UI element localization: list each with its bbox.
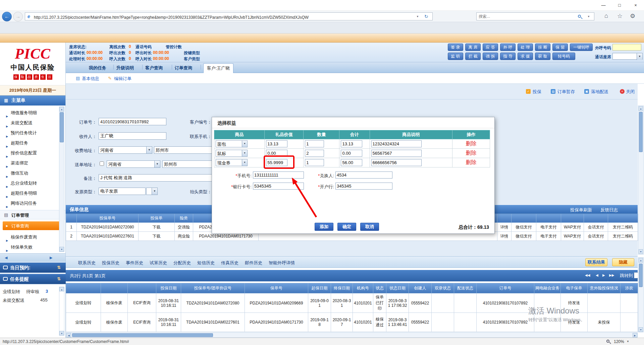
cti-button-one-key-transfer[interactable]: 一键转呼 (570, 44, 593, 51)
zoom-level[interactable]: 120% (614, 339, 624, 344)
cti-button-sign-in[interactable]: 签 录 (448, 44, 463, 51)
cti-button-coach[interactable]: 指 导 (500, 53, 516, 60)
stat-value[interactable]: 455 (40, 297, 48, 302)
history-tab-event[interactable]: 事件历史 (126, 260, 143, 266)
wechat-pay-link[interactable]: 微信支付 (512, 232, 536, 241)
scroll-thumb[interactable] (60, 112, 64, 142)
qr-pay-link[interactable]: 支付二维码 (608, 223, 638, 232)
subtotal-input[interactable] (341, 150, 362, 157)
scroll-down-icon[interactable]: ▼ (59, 247, 64, 252)
cti-button-hang-up[interactable]: 挂 断 (535, 44, 550, 51)
expand-collapse-icon[interactable]: ⇅ (57, 263, 61, 273)
order-hold-button[interactable]: 订单暂存 (557, 89, 575, 95)
next-page-icon[interactable]: ▶ (602, 273, 605, 277)
policy-refresh-link[interactable]: 投保单刷新 (570, 207, 592, 213)
hide-button[interactable]: 隐藏 (612, 258, 634, 266)
underwrite-void-link[interactable]: 核保作废 (101, 313, 128, 332)
prev-page-icon[interactable]: ◀ (596, 273, 598, 277)
gear-icon[interactable]: ⚙ (630, 12, 635, 20)
performance-transfer-link[interactable]: 业绩划转 (66, 293, 101, 313)
cti-button-outbound-call[interactable]: 外 呼 (500, 44, 516, 51)
bill-province-select[interactable]: 河南省▼ (99, 146, 152, 154)
product-select[interactable]: 现金券▼ (216, 159, 248, 166)
pager-left-icon[interactable]: ◀ (5, 256, 7, 260)
feedback-log-link[interactable]: 反馈日志 (600, 207, 618, 213)
v-scrollbar-upper[interactable]: ▲ ▼ (638, 106, 644, 255)
tab-my-tasks[interactable]: 我的任务 (89, 65, 106, 71)
v-scrollbar-lower[interactable]: ▲ ▼ (638, 257, 644, 332)
sidebar-item-unsubmitted-delivery[interactable]: ▶未提交配送 (0, 118, 60, 128)
redeemer-input[interactable] (335, 171, 392, 179)
favorites-star-icon[interactable]: ☆ (617, 12, 623, 20)
seat-select[interactable]: ▼ (612, 53, 643, 60)
scroll-up-icon[interactable]: ▲ (639, 258, 643, 263)
forward-button[interactable]: → (13, 12, 23, 21)
cti-button-acquire[interactable]: 获 取 (535, 53, 550, 60)
wap-pay-link[interactable]: WAP支付 (561, 223, 584, 232)
task-reminder-panel[interactable]: 任务提醒 ⇅ (0, 274, 66, 284)
detail-link[interactable]: 详情 (497, 223, 512, 232)
download-link[interactable]: 下载 (139, 232, 175, 241)
menu-scrollbar[interactable]: ▲ ▼ (59, 107, 64, 252)
tab-customer-active[interactable]: 客户:王广晓 (203, 63, 233, 73)
subtotal-input[interactable] (341, 159, 362, 166)
sidebar-item-quote-config[interactable]: ▶报价信息配置 (0, 148, 60, 158)
ground-delivery-button[interactable]: 落地配送 (591, 89, 608, 95)
minimize-button[interactable]: — (596, 0, 611, 10)
scroll-down-icon[interactable]: ▼ (639, 249, 643, 254)
subnav-item-basic-info[interactable]: 基本信息 (82, 76, 99, 82)
e-pay-link[interactable]: 电子支付 (536, 223, 561, 232)
cti-button-hold[interactable]: 保 留 (552, 44, 568, 51)
product-select[interactable]: 鼠标▼ (216, 150, 248, 157)
history-tab-contact[interactable]: 联系历史 (78, 260, 96, 266)
history-tab-assignment[interactable]: 分配历史 (173, 260, 191, 266)
stat-value[interactable]: 3 (46, 289, 48, 294)
history-tab-fax[interactable]: 传真历史 (221, 260, 238, 266)
e-pay-link[interactable]: 电子支付 (536, 232, 561, 241)
back-button[interactable]: ← (2, 12, 12, 21)
cancel-button[interactable]: 取消 (360, 223, 379, 231)
recipient-input[interactable] (99, 132, 166, 140)
url-text[interactable]: http://11.207.3.225/picctscenter/MainFra… (34, 14, 413, 19)
close-button[interactable]: × (628, 0, 643, 10)
address-bar[interactable]: e http://11.207.3.225/picctscenter/MainF… (25, 12, 433, 20)
delete-link[interactable]: 删除 (466, 159, 476, 165)
scroll-thumb[interactable] (639, 112, 643, 152)
stats-scrollbar[interactable]: ▲ ▼ (59, 287, 64, 336)
cti-button-force-release[interactable]: 强 拆 (483, 53, 498, 60)
sidebar-item-channel-binding[interactable]: ▶渠道绑定 (0, 158, 60, 168)
invoice-type-input[interactable] (99, 188, 146, 195)
scroll-down-icon[interactable]: ▼ (59, 331, 64, 335)
detail-link[interactable]: 详情 (497, 232, 512, 241)
performance-transfer-link[interactable]: 业绩划转 (66, 313, 101, 332)
product-desc-input[interactable] (371, 150, 422, 157)
refresh-icon[interactable]: ↻ (424, 14, 428, 19)
scroll-left-icon[interactable]: ◀ (66, 333, 71, 337)
history-tab-insure[interactable]: 投保历史 (102, 260, 119, 266)
invoice-type-dropdown[interactable]: ▼ (146, 188, 158, 195)
session-pay-link[interactable]: 会话支付 (584, 232, 608, 241)
product-select[interactable]: 面包▼ (216, 140, 248, 147)
sidebar-item-network-visit[interactable]: ▶网络访问任务 (0, 198, 60, 208)
search-box[interactable]: ▼ (476, 12, 594, 20)
session-pay-link[interactable]: 会话支付 (584, 223, 608, 232)
expand-collapse-icon[interactable]: ⇅ (57, 274, 61, 284)
maximize-button[interactable]: □ (612, 0, 627, 10)
underwrite-void-link[interactable]: 核保作废 (101, 293, 128, 313)
quantity-input[interactable] (305, 159, 324, 166)
quantity-input[interactable] (305, 140, 324, 147)
history-tab-email[interactable]: 邮件历史 (245, 260, 262, 266)
sidebar-item-overdue-detail[interactable]: ▶超期任务明细 (0, 188, 60, 198)
address-dropdown-button[interactable]: ▼ (416, 15, 419, 18)
ship-address-checkbox[interactable] (100, 161, 104, 166)
insure-button[interactable]: 投保 (533, 89, 541, 95)
cti-button-process[interactable]: 处 理 (518, 44, 533, 51)
last-page-icon[interactable]: ▶▶ (609, 273, 614, 277)
sidebar-item-underwrite-void-query[interactable]: ▶核保作废查询 (0, 232, 60, 242)
history-tab-trial-calc[interactable]: 试算历史 (150, 260, 167, 266)
download-link[interactable]: 下载 (139, 223, 175, 232)
scroll-up-icon[interactable]: ▲ (59, 107, 64, 112)
bank-name-input[interactable] (335, 183, 392, 190)
ecif-query-link[interactable]: ECIF查询 (128, 313, 156, 332)
sidebar-item-value-added[interactable]: ▶增值服务明细 (0, 108, 60, 118)
